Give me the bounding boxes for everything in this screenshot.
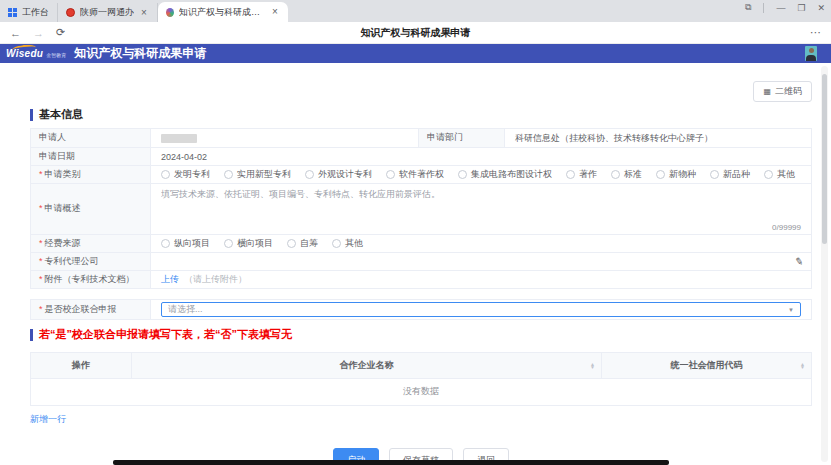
form-page: ▦ 二维码 基本信息 申请人 申请部门 科研信息处（挂校科协、技术转移转化中心牌… xyxy=(0,63,831,465)
more-menu-icon[interactable]: ⋯ xyxy=(810,26,821,39)
upload-hint: （请上传附件） xyxy=(184,273,247,286)
section-accent-bar xyxy=(30,329,33,341)
form-row-funding: *经费来源 纵向项目 横向项目 自筹 xyxy=(31,234,811,252)
radio-icon xyxy=(161,170,170,179)
required-asterisk: * xyxy=(39,304,43,315)
tab-label: 工作台 xyxy=(22,6,49,19)
app-logo-icon xyxy=(166,8,174,17)
category-radio-option[interactable]: 标准 xyxy=(611,168,642,181)
applicant-label: 申请人 xyxy=(31,129,151,147)
category-radio-option[interactable]: 软件著作权 xyxy=(386,168,444,181)
form-row-overview: *申请概述 0/99999 xyxy=(31,183,811,234)
form-row-date: 申请日期 2024-04-02 xyxy=(31,147,811,165)
edit-pencil-icon[interactable]: ✎ xyxy=(794,255,804,267)
browser-toolbar: ← → ⟳ 知识产权与科研成果申请 ⋯ xyxy=(0,22,831,44)
scrollbar[interactable] xyxy=(821,66,828,462)
category-radio-option[interactable]: 实用新型专利 xyxy=(224,168,291,181)
back-icon[interactable]: ← xyxy=(10,27,21,39)
partner-table-header: 操作 合作企业名称 ▲▼ 统一社会信用代码 ▲▼ xyxy=(31,353,811,379)
tab-portal[interactable]: 陕师一网通办 × xyxy=(58,3,158,22)
tab-layout-icon[interactable]: ⧉ xyxy=(745,2,751,13)
radio-icon xyxy=(224,239,233,248)
column-company-name: 合作企业名称 ▲▼ xyxy=(131,353,601,378)
add-row-link[interactable]: 新增一行 xyxy=(30,413,66,426)
section-joint-warning: 若“是”校企联合申报请填写下表，若“否”下表填写无 xyxy=(30,327,812,342)
sort-icon[interactable]: ▲▼ xyxy=(590,363,595,368)
funding-options: 纵向项目 横向项目 自筹 其他 xyxy=(151,235,811,252)
required-asterisk: * xyxy=(39,256,43,267)
column-credit-code: 统一社会信用代码 ▲▼ xyxy=(601,353,811,378)
radio-icon xyxy=(458,170,467,179)
restore-icon[interactable]: ❐ xyxy=(797,3,805,13)
app-header: Wisedu 金智教育 知识产权与科研成果申请 xyxy=(0,44,831,63)
workbench-grid-icon xyxy=(8,8,17,17)
scrollbar-thumb[interactable] xyxy=(822,74,827,244)
qr-code-button[interactable]: ▦ 二维码 xyxy=(753,81,812,102)
close-icon[interactable]: × xyxy=(139,8,149,18)
agency-value[interactable]: ✎ xyxy=(151,253,811,270)
category-label: *申请类别 xyxy=(31,166,151,183)
date-label: 申请日期 xyxy=(31,148,151,165)
radio-icon xyxy=(332,239,341,248)
divider xyxy=(763,3,764,13)
window-controls: ⧉ — ❐ ✕ xyxy=(745,2,825,13)
radio-icon xyxy=(566,170,575,179)
radio-icon xyxy=(305,170,314,179)
funding-radio-option[interactable]: 纵向项目 xyxy=(161,237,210,250)
required-asterisk: * xyxy=(39,238,43,249)
category-radio-option[interactable]: 外观设计专利 xyxy=(305,168,372,181)
category-radio-option[interactable]: 发明专利 xyxy=(161,168,210,181)
refresh-icon[interactable]: ⟳ xyxy=(56,26,65,39)
category-radio-option[interactable]: 集成电路布图设计权 xyxy=(458,168,552,181)
tab-workbench[interactable]: 工作台 xyxy=(0,3,58,22)
close-icon[interactable]: × xyxy=(270,7,280,17)
attachment-label: *附件（专利技术文档） xyxy=(31,271,151,288)
form-row-agency: *专利代理公司 ✎ xyxy=(31,252,811,270)
required-asterisk: * xyxy=(39,203,43,214)
qr-grid-icon: ▦ xyxy=(763,87,771,96)
department-label: 申请部门 xyxy=(419,129,505,147)
funding-radio-option[interactable]: 自筹 xyxy=(287,237,318,250)
tab-label: 知识产权与科研成果申请 xyxy=(179,6,265,19)
wisedu-logo: Wisedu 金智教育 xyxy=(6,48,66,59)
forward-icon[interactable]: → xyxy=(33,27,44,39)
applicant-redacted-value xyxy=(161,134,197,143)
form-row-attachment: *附件（专利技术文档） 上传 （请上传附件） xyxy=(31,270,811,288)
date-value: 2024-04-02 xyxy=(151,148,811,165)
category-options: 发明专利 实用新型专利 外观设计专利 软件著作权 集成电路布图设 xyxy=(151,166,811,183)
funding-radio-option[interactable]: 其他 xyxy=(332,237,363,250)
user-avatar[interactable] xyxy=(805,46,817,61)
funding-radio-option[interactable]: 横向项目 xyxy=(224,237,273,250)
applicant-value xyxy=(151,129,419,147)
form-row-applicant: 申请人 申请部门 科研信息处（挂校科协、技术转移转化中心牌子） xyxy=(31,129,811,147)
section-basic-info: 基本信息 xyxy=(30,107,812,122)
upload-link[interactable]: 上传 xyxy=(161,273,179,286)
radio-icon xyxy=(386,170,395,179)
radio-icon xyxy=(656,170,665,179)
form-row-joint: *是否校企联合申报 请选择... ▼ xyxy=(31,300,811,319)
category-radio-option[interactable]: 其他 xyxy=(764,168,795,181)
required-asterisk: * xyxy=(39,169,43,180)
sort-icon[interactable]: ▲▼ xyxy=(800,363,805,368)
minimize-icon[interactable]: — xyxy=(776,3,785,13)
form-row-category: *申请类别 发明专利 实用新型专利 外观设计专利 xyxy=(31,165,811,183)
basic-info-form: 申请人 申请部门 科研信息处（挂校科协、技术转移转化中心牌子） 申请日期 202… xyxy=(30,128,812,289)
overview-textarea[interactable] xyxy=(161,188,801,223)
tab-label: 陕师一网通办 xyxy=(80,6,134,19)
category-radio-option[interactable]: 新品种 xyxy=(710,168,750,181)
section-accent-bar xyxy=(30,109,33,121)
app-title: 知识产权与科研成果申请 xyxy=(74,45,206,62)
category-radio-option[interactable]: 著作 xyxy=(566,168,597,181)
browser-window: 工作台 陕师一网通办 × 知识产权与科研成果申请 × ⧉ — ❐ ✕ ← → ⟳… xyxy=(0,0,831,465)
joint-select[interactable]: 请选择... ▼ xyxy=(161,302,801,317)
agency-label: *专利代理公司 xyxy=(31,253,151,270)
attachment-cell: 上传 （请上传附件） xyxy=(151,271,811,288)
radio-icon xyxy=(611,170,620,179)
warning-title: 若“是”校企联合申报请填写下表，若“否”下表填写无 xyxy=(39,327,292,342)
joint-label: *是否校企联合申报 xyxy=(31,300,151,319)
department-value: 科研信息处（挂校科协、技术转移转化中心牌子） xyxy=(505,129,811,147)
close-window-icon[interactable]: ✕ xyxy=(817,3,825,13)
tab-ip-application[interactable]: 知识产权与科研成果申请 × xyxy=(158,2,288,22)
category-radio-option[interactable]: 新物种 xyxy=(656,168,696,181)
section-title: 基本信息 xyxy=(39,107,83,122)
